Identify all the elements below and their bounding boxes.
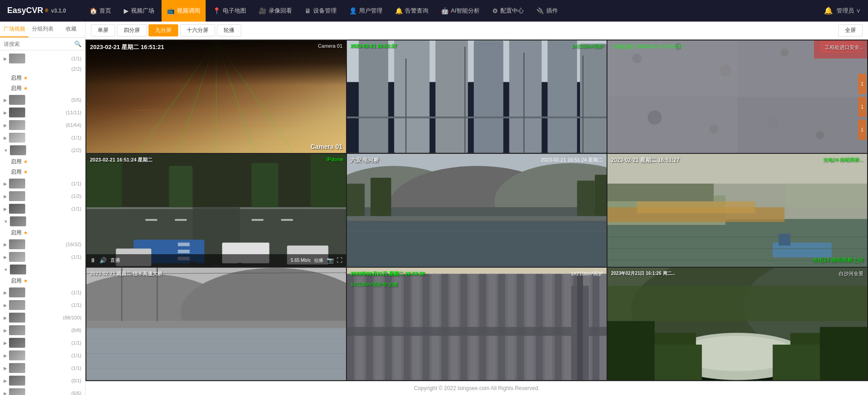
tree-subitem[interactable]: (2/2) — [0, 65, 85, 73]
camera-cell-4[interactable]: 2023-02-21 16:51:24 星期二 IPdome ⏸ 🔊 直播 5.… — [86, 154, 346, 266]
search-input[interactable] — [4, 41, 72, 47]
camera-cell-2[interactable]: 2023-02-21 16:51:27 1#2100m³高炉 — [347, 40, 607, 153]
view-nine[interactable]: 九分屏 — [148, 24, 178, 36]
play-pause-btn[interactable]: ⏸ — [90, 257, 96, 264]
tree-item-7[interactable]: ▶ (1/1) — [0, 177, 85, 190]
nav-plugin[interactable]: 🔌插件 — [531, 0, 563, 22]
svg-point-27 — [720, 64, 731, 76]
tree-subitem-3[interactable]: 启用 ★ — [0, 157, 85, 167]
tree-item-2[interactable]: ▶ (5/5) — [0, 94, 85, 106]
nav-map[interactable]: 📍电子地图 — [207, 0, 252, 22]
tree-subitem-5[interactable]: 启用 ★ — [0, 228, 85, 238]
tree-item-9[interactable]: ▶ (1/1) — [0, 202, 85, 215]
view-single[interactable]: 单屏 — [91, 24, 115, 36]
nav-alerts[interactable]: 🔔告警查询 — [390, 0, 434, 22]
side-indicator-1[interactable]: 1 — [858, 74, 866, 94]
tree-item-label: 启用 ★ — [11, 85, 81, 92]
cam-4-timestamp: 2023-02-21 16:51:24 星期二 — [90, 157, 153, 163]
tree-item-22[interactable]: ▶ (6/6) — [0, 387, 85, 395]
camera-thumb — [9, 325, 25, 335]
tree-item-count: (88/100) — [63, 315, 81, 320]
tab-groups[interactable]: 分组列表 — [28, 22, 57, 37]
tree-item-11[interactable]: ▶ (16/32) — [0, 238, 85, 251]
app-logo: EasyCVR®v3.1.0 — [7, 6, 66, 15]
svg-rect-11 — [436, 40, 468, 153]
svg-rect-146 — [773, 345, 820, 380]
camera-cell-7[interactable]: 2023-02-21 南昌二 信丰高速大桥 — [86, 268, 346, 380]
search-icon[interactable]: 🔍 — [74, 40, 81, 47]
notification-bell[interactable]: 🔔 — [824, 6, 833, 15]
fullscreen-cam-icon[interactable]: ⛶ — [337, 257, 342, 264]
svg-rect-13 — [509, 40, 542, 153]
expand-arrow: ▶ — [4, 135, 7, 140]
camera-cell-1[interactable]: 2023-02-21 星期二 16:51:21 Camera 01 Camera… — [86, 40, 346, 153]
tree-item-17[interactable]: ▶ (8/8) — [0, 324, 85, 337]
tree-item-label — [9, 133, 71, 143]
svg-rect-133 — [577, 274, 583, 380]
tree-item-16[interactable]: ▶ (88/100) — [0, 311, 85, 324]
camera-thumb — [10, 216, 26, 226]
nav-home[interactable]: 🏠首页 — [84, 0, 117, 22]
view-carousel[interactable]: 轮播 — [217, 24, 241, 36]
camera-thumb — [9, 108, 25, 117]
fullscreen-button[interactable]: 全屏 — [838, 24, 863, 36]
expand-arrow: ▼ — [4, 267, 8, 272]
tree-item-3[interactable]: ▶ (11/11) — [0, 106, 85, 119]
tree-item-6[interactable]: ▼ (2/2) — [0, 144, 85, 157]
tab-favorites[interactable]: 收藏 — [57, 22, 85, 37]
nav-users[interactable]: 👤用户管理 — [344, 0, 388, 22]
tree-subitem-enabled-2[interactable]: 启用 ★ — [0, 83, 85, 94]
camera-cell-9[interactable]: 白沙河全景 2023年02月21日 16:1:26 周二... — [607, 268, 867, 380]
tree-item-10[interactable]: ▼ — [0, 215, 85, 228]
camera-cell-8[interactable]: 2023年02月21日 星期二 16:53:38 1#2190m³高炉炉北侧 1… — [347, 268, 607, 380]
tree-item-12[interactable]: ▶ (1/1) — [0, 251, 85, 263]
side-indicator-2[interactable]: 1 — [858, 97, 866, 117]
nav-map-label: 电子地图 — [223, 7, 246, 15]
nav-config[interactable]: ⚙配置中心 — [487, 0, 529, 22]
tree-subitem-4[interactable]: 启用 ★ — [0, 167, 85, 177]
expand-arrow: ▶ — [4, 303, 7, 308]
side-indicator-3[interactable]: 1 — [858, 120, 866, 140]
camera-thumb — [9, 350, 25, 360]
view-sixteen[interactable]: 十六分屏 — [180, 24, 215, 36]
cam-9-name: 白沙河全景 — [839, 270, 864, 277]
volume-btn[interactable]: 🔊 — [99, 257, 107, 264]
tree-item-count: (11/11) — [66, 110, 81, 115]
tree-subitem-enabled-1[interactable]: 启用 ★ — [0, 73, 85, 83]
cam-1-label: Camera 01 — [310, 143, 342, 150]
nav-video-plaza[interactable]: ▶视频广场 — [118, 0, 160, 22]
tree-item-count: (1/1) — [71, 353, 81, 358]
screenshot-icon[interactable]: 📷 — [327, 257, 334, 264]
expand-arrow: ▶ — [4, 206, 7, 211]
tree-item-21[interactable]: ▶ (0/1) — [0, 374, 85, 387]
tree-item-14[interactable]: ▶ (1/1) — [0, 286, 85, 299]
tree-subitem-6[interactable]: 启用 ★ — [0, 276, 85, 286]
tree-item-label — [9, 363, 71, 373]
tree-item-5[interactable]: ▶ (1/1) — [0, 131, 85, 144]
nav-devices[interactable]: 🖥设备管理 — [299, 0, 342, 22]
camera-cell-3[interactable]: 工程处进口安全... 工程处进口 2023-02-21 16:51:37 — [607, 40, 867, 153]
camera-cell-5[interactable]: 六安·皂河桥 2023-02-21 16:51:24 星期二 — [347, 154, 607, 266]
live-label: 直播 — [110, 257, 120, 264]
admin-menu[interactable]: 管理员 ∨ — [837, 7, 861, 15]
tree-item[interactable]: ▶ (1/1) — [0, 52, 85, 65]
nav-video-review[interactable]: 📺视频调阅 — [162, 0, 206, 22]
tree-item-15[interactable]: ▶ (1/1) — [0, 299, 85, 311]
nav-ai[interactable]: 🤖AI智能分析 — [436, 0, 485, 22]
tree-item-20[interactable]: ▶ (1/1) — [0, 362, 85, 374]
tree-item-13[interactable]: ▼ — [0, 263, 85, 276]
camera-cell-6[interactable]: 2023-02-21 星期二 16:51:27 光电24·南昭两桥... 光电2… — [607, 154, 867, 266]
tab-video-plaza[interactable]: 广场视频 — [0, 22, 28, 37]
tree-item-18[interactable]: ▶ (1/1) — [0, 337, 85, 349]
tree-item-label — [9, 350, 71, 360]
tree-item-count: (1/1) — [71, 206, 81, 211]
star-icon: ★ — [23, 159, 28, 165]
tree-item-19[interactable]: ▶ (1/1) — [0, 349, 85, 362]
tree-item-4[interactable]: ▶ (61/64) — [0, 119, 85, 131]
svg-rect-131 — [347, 380, 607, 380]
monitor-icon: 🖥 — [305, 7, 311, 14]
tree-item-8[interactable]: ▶ (1/2) — [0, 190, 85, 202]
view-quad[interactable]: 四分屏 — [117, 24, 147, 36]
nav-recording[interactable]: 🎥录像回看 — [253, 0, 297, 22]
tree-item-label — [9, 120, 66, 130]
